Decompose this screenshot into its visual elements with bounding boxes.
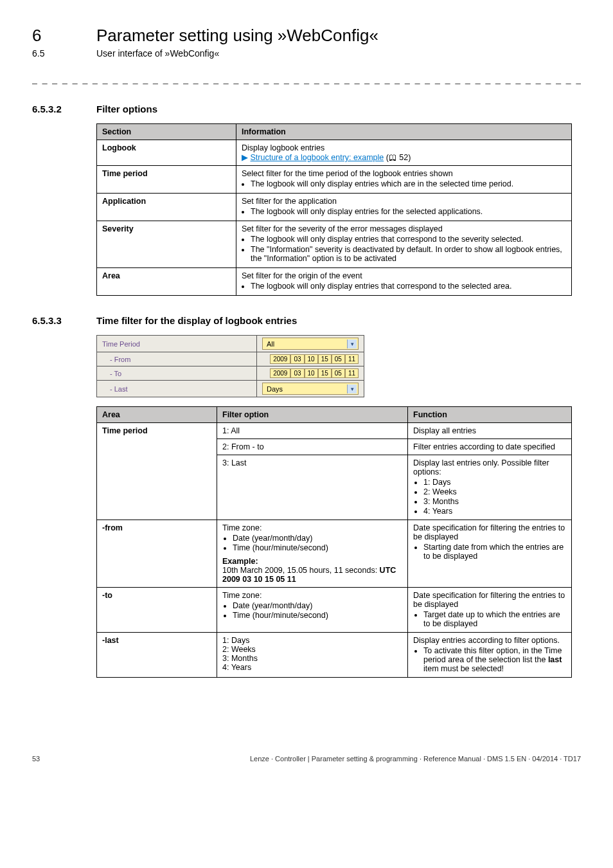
fn-bold: last <box>548 655 562 664</box>
info-line: Set filter for the severity of the error… <box>242 224 443 233</box>
info-bullet: The logbook will only display entries th… <box>251 282 566 291</box>
th-filter-option: Filter option <box>217 407 408 423</box>
fn-line: Date specification for filtering the ent… <box>413 523 565 541</box>
time-filter-screenshot: Time Period All ▾ - From 2009 03 10 15 0… <box>96 335 364 397</box>
table-row: -last 1: Days 2: Weeks 3: Months 4: Year… <box>97 633 572 678</box>
chapter-number: 6 <box>32 26 71 46</box>
fn-bullet: 1: Days <box>423 478 566 487</box>
chevron-down-icon: ▾ <box>347 339 357 348</box>
section-number: 6.5.3.3 <box>32 315 76 326</box>
subsection-number: 6.5 <box>32 48 71 59</box>
cell-option: Time zone: Date (year/month/day) Time (h… <box>217 520 408 588</box>
table-row: Severity Set filter for the severity of … <box>97 221 572 268</box>
seg: 2009 <box>270 354 290 364</box>
info-line: Display logbook entries <box>242 143 324 152</box>
opt-line: 2: Weeks <box>222 645 256 654</box>
opt-bullet: Time (hour/minute/second) <box>233 611 402 620</box>
th-section: Section <box>97 124 236 140</box>
opt-bullet: Date (year/month/day) <box>233 534 402 543</box>
fn-line: Date specification for filtering the ent… <box>413 591 565 609</box>
cell-area: -from <box>97 520 217 588</box>
time-period-select[interactable]: All ▾ <box>262 338 359 350</box>
time-filter-table: Area Filter option Function Time period … <box>96 406 572 678</box>
cell-function: Display last entries only. Possible filt… <box>408 455 572 520</box>
seg: 10 <box>305 354 318 364</box>
seg: 11 <box>345 354 359 364</box>
subsection-title: User interface of »WebConfig« <box>96 48 219 59</box>
cell-info: Display logbook entries ▶ Structure of a… <box>236 140 572 166</box>
example-label: Example: <box>222 557 258 566</box>
from-date-field[interactable]: 2009 03 10 15 05 11 <box>270 354 359 364</box>
fn-bullet: 3: Months <box>423 497 566 506</box>
fn-bullet: Target date up to which the entries are … <box>423 610 566 628</box>
opt-bullet: Time (hour/minute/second) <box>233 543 402 552</box>
fake-label: - To <box>97 366 257 381</box>
cell-function: Display all entries <box>408 423 572 439</box>
cell-area: -last <box>97 633 217 678</box>
cell-section: Severity <box>97 221 236 268</box>
cell-option: 3: Last <box>217 455 408 520</box>
info-bullet: The logbook will only display entries th… <box>251 235 566 244</box>
th-area: Area <box>97 407 217 423</box>
last-unit-select[interactable]: Days ▾ <box>262 383 359 395</box>
cell-option: 2: From - to <box>217 439 408 455</box>
table-row: Time period 1: All Display all entries <box>97 423 572 439</box>
footer-text: Lenze · Controller | Parameter setting &… <box>250 755 581 763</box>
fn-text: item must be selected! <box>423 664 504 673</box>
cell-info: Set filter for the origin of the event T… <box>236 268 572 296</box>
th-function: Function <box>408 407 572 423</box>
cell-section: Area <box>97 268 236 296</box>
cell-section: Time period <box>97 166 236 194</box>
chapter-title: Parameter setting using »WebConfig« <box>96 26 378 46</box>
cell-info: Set filter for the application The logbo… <box>236 194 572 221</box>
separator-dashes: _ _ _ _ _ _ _ _ _ _ _ _ _ _ _ _ _ _ _ _ … <box>32 74 581 84</box>
select-value: All <box>267 340 274 348</box>
table-row: -to Time zone: Date (year/month/day) Tim… <box>97 588 572 633</box>
filter-options-table: Section Information Logbook Display logb… <box>96 123 572 296</box>
link-arrow-icon: ▶ <box>242 153 248 162</box>
seg: 11 <box>345 368 359 378</box>
seg: 10 <box>305 368 318 378</box>
to-date-field[interactable]: 2009 03 10 15 05 11 <box>270 368 359 378</box>
seg: 15 <box>318 368 332 378</box>
select-value: Days <box>267 385 283 393</box>
info-line: Set filter for the origin of the event <box>242 271 362 280</box>
cell-function: Date specification for filtering the ent… <box>408 520 572 588</box>
fake-label: - Last <box>97 381 257 397</box>
table-row: Logbook Display logbook entries ▶ Struct… <box>97 140 572 166</box>
seg: 05 <box>332 354 345 364</box>
cell-option: 1: All <box>217 423 408 439</box>
section-number: 6.5.3.2 <box>32 104 76 114</box>
seg: 03 <box>290 354 304 364</box>
seg: 2009 <box>270 368 290 378</box>
table-row: -from Time zone: Date (year/month/day) T… <box>97 520 572 588</box>
opt-bullet: Date (year/month/day) <box>233 601 402 610</box>
info-line: Select filter for the time period of the… <box>242 169 453 178</box>
logbook-structure-link[interactable]: Structure of a logbook entry: example <box>250 153 384 162</box>
th-information: Information <box>236 124 572 140</box>
fn-bullet: To activate this filter option, in the T… <box>423 646 566 673</box>
opt-line: Time zone: <box>222 523 262 532</box>
section-title: Time filter for the display of logbook e… <box>96 315 297 326</box>
cell-function: Date specification for filtering the ent… <box>408 588 572 633</box>
fn-bullet: 4: Years <box>423 507 566 516</box>
chevron-down-icon: ▾ <box>347 384 357 393</box>
table-row: Area Set filter for the origin of the ev… <box>97 268 572 296</box>
seg: 03 <box>290 368 304 378</box>
example-text: 10th March 2009, 15.05 hours, 11 seconds… <box>222 566 380 575</box>
cell-info: Select filter for the time period of the… <box>236 166 572 194</box>
cell-option: Time zone: Date (year/month/day) Time (h… <box>217 588 408 633</box>
seg: 05 <box>332 368 345 378</box>
page-reference: (🕮 52) <box>386 153 411 162</box>
opt-line: 3: Months <box>222 654 258 663</box>
cell-option: 1: Days 2: Weeks 3: Months 4: Years <box>217 633 408 678</box>
cell-area: -to <box>97 588 217 633</box>
cell-section: Logbook <box>97 140 236 166</box>
fn-bullet: 2: Weeks <box>423 487 566 496</box>
info-bullet: The logbook will only display entries wh… <box>251 179 566 188</box>
seg: 15 <box>318 354 332 364</box>
cell-function: Display entries according to filter opti… <box>408 633 572 678</box>
section-title: Filter options <box>96 104 157 114</box>
info-line: Set filter for the application <box>242 197 337 206</box>
table-row: Application Set filter for the applicati… <box>97 194 572 221</box>
